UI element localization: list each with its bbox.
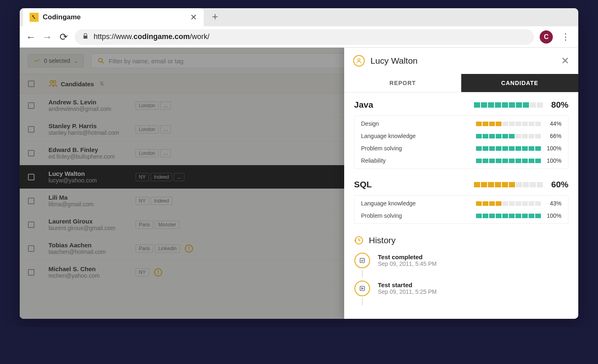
subskill-pct: 100% [541, 212, 561, 219]
browser-tab-strip: Codingame ✕ + [20, 8, 578, 26]
svg-point-5 [53, 81, 55, 83]
menu-dots-icon[interactable]: ⋮ [559, 32, 573, 42]
skill-name: SQL [354, 180, 372, 189]
row-checkbox[interactable] [28, 269, 48, 276]
subskill-bar [476, 159, 541, 163]
skill-bar [474, 182, 543, 187]
row-checkbox[interactable] [28, 102, 48, 109]
selected-count-label: 0 selected [44, 58, 70, 64]
candidate-name: Laurent Giroux [48, 218, 131, 225]
tag-list: ParisMonster [136, 221, 179, 229]
tag: Paris [136, 221, 153, 229]
url-text: https://www.codingame.com/work/ [94, 32, 209, 41]
tag: London [136, 101, 159, 110]
panel-candidate-name: Lucy Walton [370, 56, 555, 66]
row-checkbox[interactable] [28, 198, 48, 204]
subskill-pct: 100% [541, 157, 561, 164]
tag: London [136, 149, 159, 157]
history-event-time: Sep 09, 2011, 5:45 PM [378, 260, 437, 267]
tag: Linkedin [155, 244, 180, 253]
candidate-detail-panel: Lucy Walton ✕ REPORT CANDIDATE Java80%De… [344, 48, 578, 319]
close-icon[interactable]: ✕ [190, 12, 197, 22]
tag-list: NYIndeed... [136, 173, 184, 181]
svg-rect-8 [360, 286, 365, 291]
favicon-icon [30, 13, 39, 22]
skill-name: Java [354, 100, 373, 110]
tag-list: ParisLinkedin [136, 244, 180, 253]
tag-list: London... [136, 149, 171, 157]
subskill-bar [476, 122, 541, 126]
candidate-email: lucyw@yahoo.com [48, 177, 131, 184]
browser-tab[interactable]: Codingame ✕ [23, 8, 204, 26]
reload-button[interactable]: ⟳ [58, 31, 69, 43]
candidate-email: mchen@yahoo.com [48, 272, 131, 279]
lock-icon [82, 33, 89, 41]
subskill-pct: 100% [541, 145, 561, 152]
filter-placeholder: Filter by name, email or tag [109, 58, 184, 65]
tag-list: NYIndeed [136, 197, 172, 205]
new-tab-button[interactable]: + [204, 10, 226, 26]
tag: ... [160, 125, 171, 134]
subskill-name: Design [361, 120, 476, 127]
subskill-row: Problem solving100% [354, 142, 568, 154]
selected-count-pill[interactable]: 0 selected ⌄ [28, 54, 84, 67]
subskill-pct: 43% [541, 200, 561, 207]
candidate-email: lilima@gmail.com [48, 201, 131, 207]
candidate-email: ed.finley@bullsphere.com [48, 153, 131, 160]
warning-icon: ! [154, 268, 162, 276]
history-icon [354, 281, 370, 296]
panel-tabs: REPORT CANDIDATE [344, 74, 578, 92]
skill-bar [474, 102, 543, 108]
row-checkbox[interactable] [28, 150, 48, 157]
candidate-icon [353, 55, 365, 67]
subskill-row: Language knowledge66% [354, 130, 568, 142]
panel-header: Lucy Walton ✕ [344, 48, 578, 74]
select-all-checkbox[interactable] [28, 81, 48, 87]
history-event-title: Test started [378, 281, 437, 288]
subskill-pct: 44% [541, 120, 561, 127]
svg-rect-7 [360, 258, 365, 263]
subskill-name: Reliability [361, 157, 476, 164]
subskill-bar [476, 146, 541, 151]
subskill-pct: 66% [541, 133, 561, 139]
history-section: History Test completedSep 09, 2011, 5:45… [344, 227, 578, 317]
svg-point-2 [99, 58, 102, 62]
svg-point-6 [358, 59, 360, 61]
svg-point-0 [32, 15, 34, 17]
candidate-name: Stanley P. Harris [48, 122, 131, 129]
row-checkbox[interactable] [28, 126, 48, 133]
subskill-bar [476, 214, 541, 218]
row-checkbox[interactable] [28, 221, 48, 228]
browser-window: Codingame ✕ + ← → ⟳ https://www.codingam… [20, 8, 578, 319]
subskill-name: Problem solving [361, 145, 476, 152]
subskill-row: Problem solving100% [354, 210, 568, 222]
tag-list: NY [136, 268, 149, 276]
browser-toolbar: ← → ⟳ https://www.codingame.com/work/ C … [20, 26, 578, 48]
tab-candidate[interactable]: CANDIDATE [461, 74, 578, 92]
back-button[interactable]: ← [25, 31, 36, 43]
candidate-email: andrewlevin@gmail.com [48, 106, 131, 112]
candidate-name: Lucy Walton [48, 170, 131, 177]
profile-avatar[interactable]: C [540, 30, 553, 44]
history-item: Test startedSep 09, 2011, 5:25 PM [354, 281, 568, 305]
row-checkbox[interactable] [28, 174, 48, 180]
tag: Monster [155, 221, 179, 229]
tag: Paris [136, 244, 153, 253]
skill-pct: 80% [551, 100, 568, 110]
history-icon [354, 253, 370, 268]
forward-button[interactable]: → [42, 31, 53, 43]
address-bar[interactable]: https://www.codingame.com/work/ [75, 29, 534, 45]
subskill-row: Language knowledge43% [354, 197, 568, 210]
subskill-row: Design44% [354, 117, 568, 130]
close-icon[interactable]: ✕ [561, 55, 569, 67]
subskill-name: Language knowledge [361, 200, 476, 207]
warning-icon: ! [185, 244, 193, 253]
row-checkbox[interactable] [28, 245, 48, 252]
candidate-name: Michael S. Chen [48, 265, 131, 272]
tab-title: Codingame [43, 13, 186, 21]
tab-report[interactable]: REPORT [344, 74, 461, 92]
subskill-name: Language knowledge [361, 133, 476, 139]
history-item: Test completedSep 09, 2011, 5:45 PM [354, 253, 568, 277]
tag-list: London... [136, 125, 171, 134]
subskill-bar [476, 134, 541, 138]
